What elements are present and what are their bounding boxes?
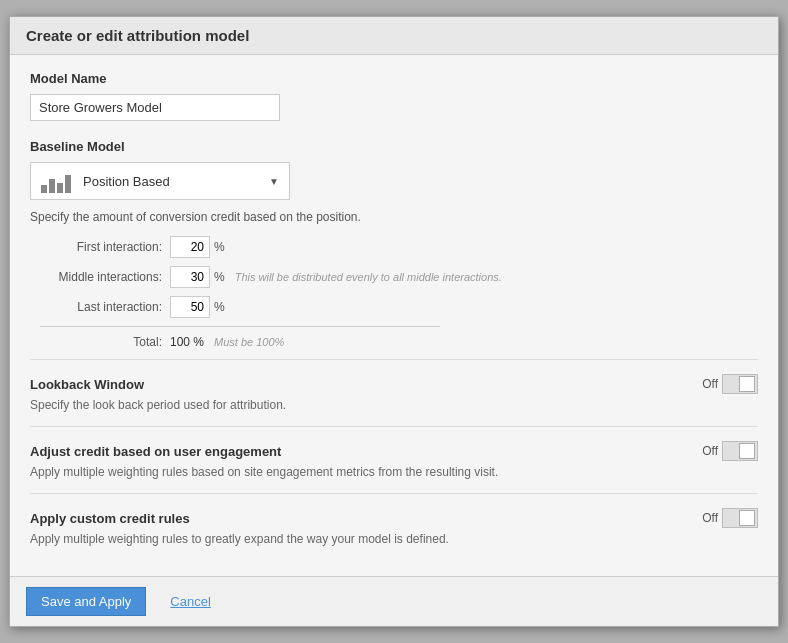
adjust-credit-toggle[interactable] <box>722 441 758 461</box>
lookback-window-toggle-knob <box>739 376 755 392</box>
custom-credit-toggle-container: Off <box>702 508 758 528</box>
adjust-credit-description: Apply multiple weighting rules based on … <box>30 465 758 479</box>
last-interaction-label: Last interaction: <box>40 300 170 314</box>
dialog-body: Model Name Baseline Model Position Based… <box>10 55 778 576</box>
baseline-model-section: Baseline Model Position Based ▼ Specify … <box>30 139 758 349</box>
lookback-window-description: Specify the look back period used for at… <box>30 398 758 412</box>
lookback-window-toggle-label: Off <box>702 377 718 391</box>
total-label: Total: <box>40 335 170 349</box>
dropdown-arrow-icon: ▼ <box>269 176 279 187</box>
lookback-window-toggle-container: Off <box>702 374 758 394</box>
dialog: Create or edit attribution model Model N… <box>9 16 779 627</box>
interactions-divider <box>40 326 440 327</box>
adjust-credit-header: Adjust credit based on user engagement O… <box>30 441 758 461</box>
custom-credit-title: Apply custom credit rules <box>30 511 190 526</box>
last-interaction-input[interactable] <box>170 296 210 318</box>
adjust-credit-toggle-knob <box>739 443 755 459</box>
dialog-title: Create or edit attribution model <box>10 17 778 55</box>
first-interaction-row: First interaction: % <box>40 236 758 258</box>
middle-interaction-label: Middle interactions: <box>40 270 170 284</box>
features-container: Lookback Window Off Specify the look bac… <box>30 359 758 560</box>
custom-credit-toggle-label: Off <box>702 511 718 525</box>
adjust-credit-toggle-label: Off <box>702 444 718 458</box>
custom-credit-toggle-knob <box>739 510 755 526</box>
model-name-input[interactable] <box>30 94 280 121</box>
first-percent: % <box>214 240 225 254</box>
adjust-credit-title: Adjust credit based on user engagement <box>30 444 281 459</box>
first-interaction-label: First interaction: <box>40 240 170 254</box>
must-be-note: Must be 100% <box>214 336 284 348</box>
model-name-section: Model Name <box>30 71 758 121</box>
middle-interaction-row: Middle interactions: % This will be dist… <box>40 266 758 288</box>
custom-credit-header: Apply custom credit rules Off <box>30 508 758 528</box>
save-apply-button[interactable]: Save and Apply <box>26 587 146 616</box>
baseline-model-value: Position Based <box>83 174 269 189</box>
total-value: 100 % <box>170 335 204 349</box>
cancel-button[interactable]: Cancel <box>156 588 224 615</box>
total-row: Total: 100 % Must be 100% <box>40 335 758 349</box>
adjust-credit-toggle-container: Off <box>702 441 758 461</box>
custom-credit-toggle[interactable] <box>722 508 758 528</box>
last-percent: % <box>214 300 225 314</box>
baseline-model-dropdown[interactable]: Position Based ▼ <box>30 162 290 200</box>
middle-interaction-input[interactable] <box>170 266 210 288</box>
model-name-label: Model Name <box>30 71 758 86</box>
lookback-window-toggle[interactable] <box>722 374 758 394</box>
first-interaction-input[interactable] <box>170 236 210 258</box>
middle-percent: % <box>214 270 225 284</box>
custom-credit-description: Apply multiple weighting rules to greatl… <box>30 532 758 546</box>
lookback-window-section: Lookback Window Off Specify the look bac… <box>30 359 758 426</box>
middle-interaction-note: This will be distributed evenly to all m… <box>235 271 502 283</box>
interactions-table: First interaction: % Middle interactions… <box>40 236 758 349</box>
last-interaction-row: Last interaction: % <box>40 296 758 318</box>
lookback-window-header: Lookback Window Off <box>30 374 758 394</box>
baseline-description: Specify the amount of conversion credit … <box>30 210 758 224</box>
adjust-credit-section: Adjust credit based on user engagement O… <box>30 426 758 493</box>
custom-credit-section: Apply custom credit rules Off Apply mult… <box>30 493 758 560</box>
lookback-window-title: Lookback Window <box>30 377 144 392</box>
baseline-model-label: Baseline Model <box>30 139 758 154</box>
dialog-footer: Save and Apply Cancel <box>10 576 778 626</box>
dialog-overlay: Create or edit attribution model Model N… <box>0 0 788 643</box>
position-based-icon <box>41 169 73 193</box>
